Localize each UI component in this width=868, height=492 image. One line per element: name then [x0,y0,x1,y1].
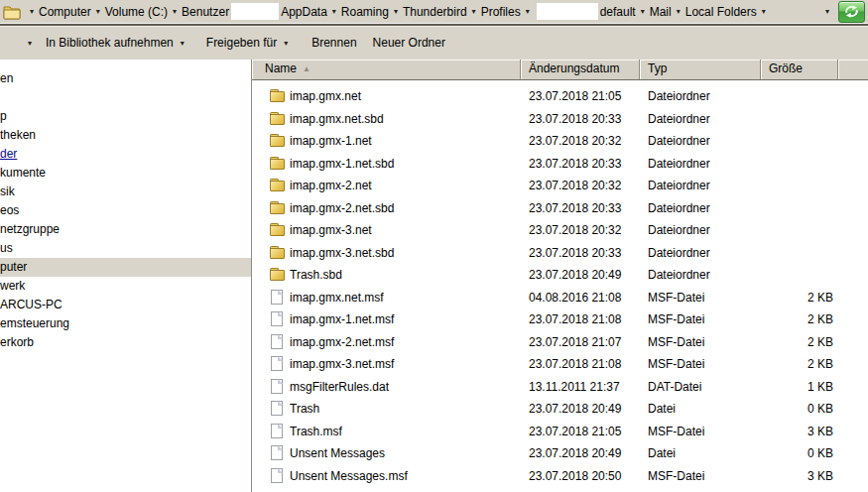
table-row[interactable]: imap.gmx-2.net.sbd23.07.2018 20:33Dateio… [252,197,868,220]
table-row[interactable]: Trash23.07.2018 20:49Datei0 KB [252,398,868,421]
file-type: MSF-Datei [648,357,761,371]
breadcrumb-dropdown-arrow[interactable]: ▾ [641,8,645,16]
folder-icon [270,88,286,104]
table-row[interactable]: imap.gmx.net.sbd23.07.2018 20:33Dateiord… [252,108,868,131]
breadcrumb-dropdown-arrow[interactable]: ▾ [526,8,530,16]
toolbar-button[interactable]: Neuer Ordner [367,33,451,53]
dropdown-arrow-icon: ▾ [181,39,185,48]
table-row[interactable]: imap.gmx-3.net.msf23.07.2018 21:08MSF-Da… [252,353,868,376]
breadcrumb-dropdown-arrow[interactable]: ▾ [173,8,177,16]
file-type: MSF-Datei [648,291,761,305]
refresh-button[interactable] [838,1,865,23]
breadcrumb-item[interactable]: AppData [281,5,327,19]
sidebar-item[interactable]: der [0,145,251,164]
breadcrumb-dropdown-arrow[interactable]: ▾ [332,8,336,16]
file-modified-date: 23.07.2018 20:32 [529,134,648,148]
sidebar-item[interactable]: erkorb [0,333,251,352]
table-row[interactable]: imap.gmx-1.net.msf23.07.2018 21:08MSF-Da… [252,308,868,331]
file-modified-date: 23.07.2018 20:49 [529,268,648,282]
column-header-label: Änderungsdatum [529,62,619,75]
sidebar-item[interactable]: emsteuerung [0,314,251,333]
file-modified-date: 23.07.2018 21:07 [529,335,648,349]
file-type: Dateiordner [648,223,761,237]
file-name: imap.gmx-1.net [290,134,529,148]
sidebar-item[interactable]: sik [0,183,251,201]
breadcrumb-item[interactable]: Mail [650,5,672,19]
column-header[interactable]: Typ [640,60,761,79]
sidebar-item[interactable]: p [0,107,251,126]
folder-icon [270,245,286,261]
column-header-filler [838,60,868,79]
file-name: Trash.sbd [290,268,529,282]
file-name: imap.gmx-2.net.sbd [290,201,529,215]
sidebar-item[interactable]: theken [0,126,251,145]
folder-icon [270,133,286,149]
toolbar-button[interactable]: Brennen [306,33,362,53]
breadcrumb-item[interactable]: Benutzer [182,5,229,19]
sidebar-item[interactable]: werk [0,277,251,296]
location-folder-icon [3,4,21,20]
table-row[interactable]: imap.gmx.net23.07.2018 21:05Dateiordner [252,85,868,108]
breadcrumb-dropdown-arrow[interactable]: ▾ [96,8,100,16]
table-row[interactable]: imap.gmx-1.net.sbd23.07.2018 20:33Dateio… [252,153,868,176]
table-row[interactable]: imap.gmx-3.net.sbd23.07.2018 20:33Dateio… [252,242,868,265]
table-row[interactable]: imap.gmx-2.net.msf23.07.2018 21:07MSF-Da… [252,331,868,354]
table-row[interactable]: msgFilterRules.dat13.11.2011 21:37DAT-Da… [252,376,868,399]
file-name: imap.gmx.net [290,89,529,103]
sidebar-item[interactable]: kumente [0,164,251,183]
file-modified-date: 13.11.2011 21:37 [529,380,648,394]
table-row[interactable]: imap.gmx.net.msf04.08.2016 21:08MSF-Date… [252,287,868,309]
sidebar-item[interactable]: us [0,239,251,258]
file-icon [270,334,286,350]
file-name: imap.gmx-2.net [290,179,529,192]
file-name: imap.gmx.net.msf [290,291,529,305]
breadcrumb-dropdown-arrow[interactable]: ▾ [472,8,476,16]
breadcrumb-dropdown-arrow[interactable]: ▾ [30,8,34,16]
toolbar-button[interactable]: In Bibliothek aufnehmen▾ [40,33,190,53]
breadcrumb-item[interactable]: default [600,5,636,19]
table-row[interactable]: Trash.sbd23.07.2018 20:49Dateiordner [252,264,868,287]
toolbar-button[interactable]: Freigeben für▾ [200,33,294,53]
table-row[interactable]: imap.gmx-2.net23.07.2018 20:32Dateiordne… [252,175,868,197]
file-modified-date: 23.07.2018 20:32 [529,223,648,237]
command-bar: ▾ In Bibliothek aufnehmen▾Freigeben für▾… [0,26,868,60]
sidebar-item[interactable]: netzgruppe [0,220,251,239]
file-size: 2 KB [761,357,833,371]
breadcrumb-dropdown-arrow[interactable]: ▾ [762,8,766,16]
breadcrumb-item[interactable]: Roaming [341,5,389,19]
sidebar-item[interactable]: eos [0,201,251,220]
file-icon [270,401,286,417]
table-row[interactable]: Unsent Messages.msf23.07.2018 20:50MSF-D… [252,465,868,488]
toolbar-items: In Bibliothek aufnehmen▾Freigeben für▾Br… [32,33,451,53]
breadcrumb-item[interactable]: Profiles [481,5,521,19]
breadcrumb-item[interactable]: Volume (C:) [105,5,168,19]
table-row[interactable]: imap.gmx-3.net23.07.2018 20:32Dateiordne… [252,219,868,242]
table-row[interactable]: Unsent Messages23.07.2018 20:49Datei0 KB [252,442,868,465]
address-history-arrow[interactable]: ▾ [825,7,829,16]
file-name: imap.gmx-1.net.msf [290,312,529,326]
folder-icon [270,178,286,193]
explorer-window: ▾Computer▾Volume (C:)▾BenutzerAppData▾Ro… [0,0,868,492]
dropdown-arrow-icon: ▾ [284,39,288,48]
sidebar-item[interactable]: en [0,69,251,88]
column-header[interactable]: Größe [761,60,838,79]
file-type: Dateiordner [648,179,761,192]
breadcrumb-dropdown-arrow[interactable]: ▾ [677,8,681,16]
sidebar-item[interactable]: ARCUS-PC [0,296,251,314]
breadcrumb-item[interactable]: Thunderbird [403,5,467,19]
sidebar-item[interactable]: puter [0,258,251,277]
breadcrumb-item[interactable]: Computer [39,5,91,19]
file-modified-date: 23.07.2018 20:33 [529,201,648,215]
breadcrumb-dropdown-arrow[interactable]: ▾ [394,8,398,16]
file-type: Dateiordner [648,246,761,260]
column-header[interactable]: Änderungsdatum [521,60,640,79]
breadcrumb-item[interactable]: Local Folders [685,5,757,19]
table-row[interactable]: imap.gmx-1.net23.07.2018 20:32Dateiordne… [252,130,868,153]
file-modified-date: 23.07.2018 20:33 [529,112,648,126]
column-header[interactable]: Name▲ [252,60,521,79]
table-row[interactable]: Trash.msf23.07.2018 21:05MSF-Datei3 KB [252,421,868,443]
file-modified-date: 23.07.2018 20:49 [529,446,648,460]
file-name: imap.gmx-2.net.msf [290,335,529,349]
sort-ascending-icon: ▲ [303,64,310,73]
file-modified-date: 23.07.2018 20:49 [529,402,648,416]
